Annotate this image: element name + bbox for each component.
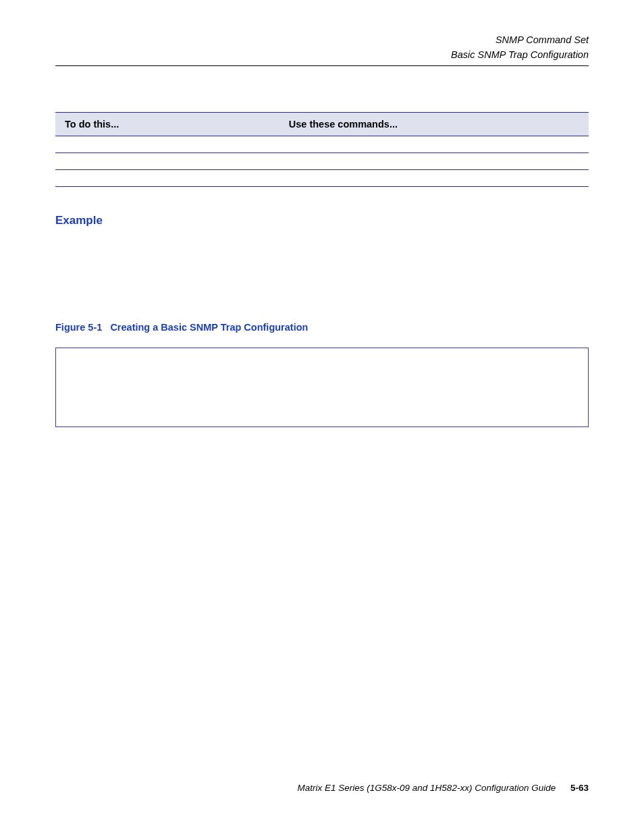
command-table: To do this... Use these commands...	[55, 112, 589, 187]
table-row	[55, 136, 589, 153]
page-footer: Matrix E1 Series (1G58x-09 and 1H582-xx)…	[298, 783, 589, 793]
table-cell-cmd	[279, 169, 589, 186]
header-rule	[55, 65, 589, 66]
table-header-todo: To do this...	[55, 112, 279, 136]
table-row	[55, 169, 589, 186]
figure-title: Creating a Basic SNMP Trap Configuration	[110, 322, 308, 333]
footer-text: Matrix E1 Series (1G58x-09 and 1H582-xx)…	[298, 783, 556, 793]
header-line-1: SNMP Command Set	[55, 32, 589, 47]
table-header-row: To do this... Use these commands...	[55, 112, 589, 136]
table-cell-todo	[55, 169, 279, 186]
table-header-commands: Use these commands...	[279, 112, 589, 136]
figure-caption: Figure 5-1 Creating a Basic SNMP Trap Co…	[55, 322, 589, 333]
running-header: SNMP Command Set Basic SNMP Trap Configu…	[55, 32, 589, 63]
header-line-2: Basic SNMP Trap Configuration	[55, 47, 589, 62]
figure-label: Figure 5-1	[55, 322, 102, 333]
table-cell-todo	[55, 153, 279, 169]
page-container: SNMP Command Set Basic SNMP Trap Configu…	[0, 0, 644, 828]
table-cell-cmd	[279, 136, 589, 153]
example-heading: Example	[55, 214, 589, 227]
table-cell-todo	[55, 136, 279, 153]
footer-page-number: 5-63	[570, 783, 589, 793]
figure-code-box	[55, 348, 589, 427]
table-cell-cmd	[279, 153, 589, 169]
table-row	[55, 153, 589, 169]
